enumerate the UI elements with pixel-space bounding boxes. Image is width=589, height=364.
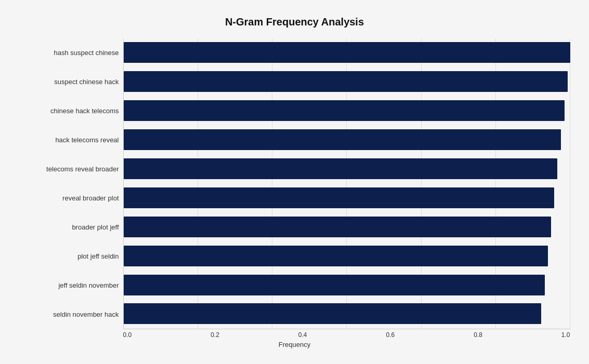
bar <box>124 187 555 208</box>
y-label: plot jeff seldin <box>19 253 119 260</box>
x-tick-label: 0.6 <box>386 331 395 339</box>
bar <box>124 100 565 121</box>
chart-container: N-Gram Frequency Analysis hash suspect c… <box>9 6 581 359</box>
bar-row <box>124 40 570 65</box>
bar <box>124 158 558 179</box>
bar-row <box>124 156 570 181</box>
x-tick-label: 0.8 <box>474 331 482 339</box>
bar <box>124 71 568 92</box>
x-tick-label: 0.0 <box>123 331 132 339</box>
bar-row <box>124 273 570 298</box>
y-label: reveal broader plot <box>19 195 119 201</box>
bar <box>124 129 561 150</box>
bar-row <box>124 98 570 123</box>
bar <box>124 42 570 63</box>
x-axis-title: Frequency <box>19 341 570 348</box>
y-label: broader plot jeff <box>19 224 119 231</box>
y-label: telecoms reveal broader <box>19 166 119 172</box>
bar <box>124 275 545 295</box>
x-tick-label: 1.0 <box>561 331 570 339</box>
y-label: hash suspect chinese <box>19 49 119 56</box>
x-tick-label: 0.2 <box>211 331 219 339</box>
y-label: chinese hack telecoms <box>19 107 119 114</box>
y-labels: hash suspect chinesesuspect chinese hack… <box>19 38 123 329</box>
x-axis-labels: 0.00.20.40.60.81.0 <box>19 331 570 339</box>
chart-area: hash suspect chinesesuspect chinese hack… <box>19 38 570 329</box>
bar-row <box>124 214 570 239</box>
bar <box>124 303 541 324</box>
bars-area <box>123 38 570 329</box>
chart-title: N-Gram Frequency Analysis <box>19 16 570 28</box>
y-label: jeff seldin november <box>19 282 119 289</box>
bar-row <box>124 301 570 326</box>
bar-row <box>124 127 570 152</box>
x-tick-label: 0.4 <box>298 331 307 339</box>
y-label: hack telecoms reveal <box>19 137 119 143</box>
bar-row <box>124 185 570 210</box>
y-label: seldin november hack <box>19 311 119 318</box>
y-label: suspect chinese hack <box>19 78 119 85</box>
bar-row <box>124 244 570 268</box>
bar <box>124 246 548 266</box>
bar-row <box>124 69 570 94</box>
bar <box>124 217 552 237</box>
